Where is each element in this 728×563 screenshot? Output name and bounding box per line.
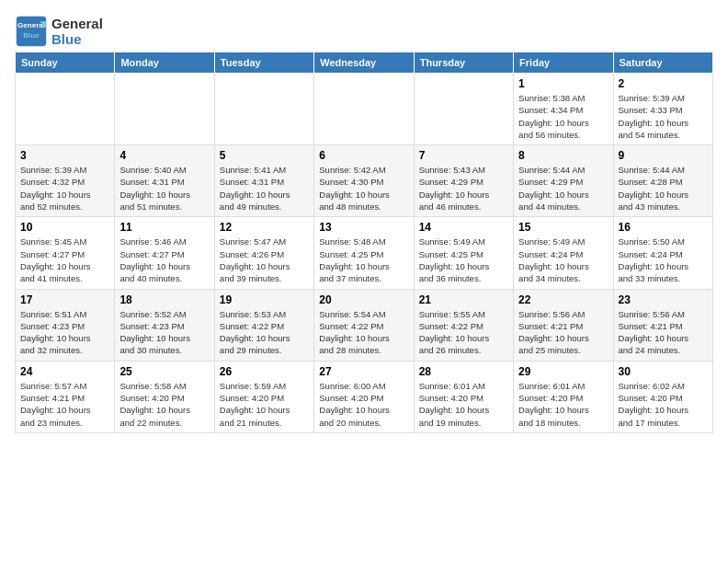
header-day: Sunday [16, 52, 115, 74]
calendar-cell: 29Sunrise: 6:01 AM Sunset: 4:20 PM Dayli… [514, 361, 613, 432]
page-header: General Blue General Blue [15, 15, 713, 48]
day-info: Sunrise: 5:51 AM Sunset: 4:23 PM Dayligh… [20, 308, 109, 357]
day-number: 16 [619, 221, 708, 234]
calendar-cell: 6Sunrise: 5:42 AM Sunset: 4:30 PM Daylig… [314, 145, 414, 217]
calendar-cell [314, 74, 414, 145]
calendar-cell: 19Sunrise: 5:53 AM Sunset: 4:22 PM Dayli… [214, 289, 313, 361]
day-number: 2 [619, 77, 708, 90]
header-day: Thursday [414, 52, 513, 74]
day-info: Sunrise: 6:01 AM Sunset: 4:20 PM Dayligh… [518, 380, 608, 429]
calendar-cell: 23Sunrise: 5:56 AM Sunset: 4:21 PM Dayli… [613, 289, 712, 361]
calendar-cell: 1Sunrise: 5:38 AM Sunset: 4:34 PM Daylig… [514, 74, 613, 145]
day-info: Sunrise: 5:57 AM Sunset: 4:21 PM Dayligh… [20, 380, 109, 429]
calendar-cell: 21Sunrise: 5:55 AM Sunset: 4:22 PM Dayli… [414, 289, 513, 361]
day-number: 8 [518, 149, 608, 162]
calendar-cell [115, 74, 214, 145]
day-number: 1 [518, 77, 608, 90]
day-number: 4 [119, 149, 209, 162]
calendar-cell: 16Sunrise: 5:50 AM Sunset: 4:24 PM Dayli… [613, 217, 712, 289]
calendar-cell: 20Sunrise: 5:54 AM Sunset: 4:22 PM Dayli… [314, 289, 414, 361]
day-number: 15 [518, 221, 608, 234]
day-info: Sunrise: 5:49 AM Sunset: 4:24 PM Dayligh… [518, 236, 608, 284]
calendar-cell: 4Sunrise: 5:40 AM Sunset: 4:31 PM Daylig… [115, 145, 214, 217]
day-number: 29 [518, 365, 608, 378]
day-number: 26 [220, 365, 309, 378]
day-info: Sunrise: 5:53 AM Sunset: 4:22 PM Dayligh… [220, 308, 309, 357]
calendar-cell: 18Sunrise: 5:52 AM Sunset: 4:23 PM Dayli… [115, 289, 214, 361]
calendar-cell: 14Sunrise: 5:49 AM Sunset: 4:25 PM Dayli… [414, 217, 513, 289]
day-info: Sunrise: 5:38 AM Sunset: 4:34 PM Dayligh… [518, 92, 608, 141]
day-info: Sunrise: 5:48 AM Sunset: 4:25 PM Dayligh… [319, 236, 408, 284]
day-info: Sunrise: 5:50 AM Sunset: 4:24 PM Dayligh… [619, 236, 708, 284]
calendar-week-row: 1Sunrise: 5:38 AM Sunset: 4:34 PM Daylig… [16, 74, 713, 145]
calendar-cell: 15Sunrise: 5:49 AM Sunset: 4:24 PM Dayli… [514, 217, 613, 289]
calendar-cell: 22Sunrise: 5:56 AM Sunset: 4:21 PM Dayli… [514, 289, 613, 361]
day-info: Sunrise: 6:02 AM Sunset: 4:20 PM Dayligh… [619, 380, 708, 429]
day-number: 30 [619, 365, 708, 378]
day-info: Sunrise: 5:52 AM Sunset: 4:23 PM Dayligh… [119, 308, 209, 357]
day-info: Sunrise: 5:58 AM Sunset: 4:20 PM Dayligh… [119, 380, 209, 429]
calendar-cell: 2Sunrise: 5:39 AM Sunset: 4:33 PM Daylig… [613, 74, 712, 145]
day-info: Sunrise: 5:43 AM Sunset: 4:29 PM Dayligh… [419, 164, 508, 213]
calendar-cell: 28Sunrise: 6:01 AM Sunset: 4:20 PM Dayli… [414, 361, 513, 432]
day-number: 14 [419, 221, 508, 234]
day-number: 23 [619, 293, 708, 306]
day-info: Sunrise: 5:49 AM Sunset: 4:25 PM Dayligh… [419, 236, 508, 284]
calendar-cell: 12Sunrise: 5:47 AM Sunset: 4:26 PM Dayli… [214, 217, 313, 289]
day-number: 6 [319, 149, 408, 162]
day-info: Sunrise: 5:44 AM Sunset: 4:28 PM Dayligh… [619, 164, 708, 213]
calendar-cell: 8Sunrise: 5:44 AM Sunset: 4:29 PM Daylig… [514, 145, 613, 217]
calendar-cell: 30Sunrise: 6:02 AM Sunset: 4:20 PM Dayli… [613, 361, 712, 432]
day-info: Sunrise: 5:55 AM Sunset: 4:22 PM Dayligh… [419, 308, 508, 357]
day-number: 24 [20, 365, 109, 378]
day-number: 9 [619, 149, 708, 162]
calendar-cell: 3Sunrise: 5:39 AM Sunset: 4:32 PM Daylig… [16, 145, 115, 217]
header-day: Friday [514, 52, 613, 74]
day-info: Sunrise: 5:54 AM Sunset: 4:22 PM Dayligh… [319, 308, 408, 357]
day-number: 11 [119, 221, 209, 234]
logo: General Blue General Blue [15, 15, 103, 48]
calendar-cell: 25Sunrise: 5:58 AM Sunset: 4:20 PM Dayli… [115, 361, 214, 432]
header-day: Tuesday [214, 52, 313, 74]
day-info: Sunrise: 5:56 AM Sunset: 4:21 PM Dayligh… [518, 308, 608, 357]
day-number: 28 [419, 365, 508, 378]
day-info: Sunrise: 5:46 AM Sunset: 4:27 PM Dayligh… [119, 236, 209, 284]
calendar-cell [214, 74, 313, 145]
svg-text:General: General [17, 21, 45, 29]
svg-text:Blue: Blue [23, 31, 40, 40]
calendar-cell: 24Sunrise: 5:57 AM Sunset: 4:21 PM Dayli… [16, 361, 115, 432]
calendar-header-row: SundayMondayTuesdayWednesdayThursdayFrid… [16, 52, 713, 74]
calendar-cell: 26Sunrise: 5:59 AM Sunset: 4:20 PM Dayli… [214, 361, 313, 432]
day-number: 19 [220, 293, 309, 306]
header-day: Saturday [613, 52, 712, 74]
calendar-week-row: 3Sunrise: 5:39 AM Sunset: 4:32 PM Daylig… [16, 145, 713, 217]
day-info: Sunrise: 5:40 AM Sunset: 4:31 PM Dayligh… [119, 164, 209, 213]
day-info: Sunrise: 5:39 AM Sunset: 4:33 PM Dayligh… [619, 92, 708, 141]
day-number: 21 [419, 293, 508, 306]
day-number: 27 [319, 365, 408, 378]
calendar-week-row: 24Sunrise: 5:57 AM Sunset: 4:21 PM Dayli… [16, 361, 713, 432]
day-info: Sunrise: 5:39 AM Sunset: 4:32 PM Dayligh… [20, 164, 109, 213]
day-number: 12 [220, 221, 309, 234]
calendar-cell: 5Sunrise: 5:41 AM Sunset: 4:31 PM Daylig… [214, 145, 313, 217]
day-number: 7 [419, 149, 508, 162]
day-number: 22 [518, 293, 608, 306]
calendar-week-row: 17Sunrise: 5:51 AM Sunset: 4:23 PM Dayli… [16, 289, 713, 361]
header-day: Monday [115, 52, 214, 74]
calendar-cell: 17Sunrise: 5:51 AM Sunset: 4:23 PM Dayli… [16, 289, 115, 361]
calendar-cell: 7Sunrise: 5:43 AM Sunset: 4:29 PM Daylig… [414, 145, 513, 217]
day-number: 3 [20, 149, 109, 162]
calendar-week-row: 10Sunrise: 5:45 AM Sunset: 4:27 PM Dayli… [16, 217, 713, 289]
calendar-cell [414, 74, 513, 145]
calendar-cell: 10Sunrise: 5:45 AM Sunset: 4:27 PM Dayli… [16, 217, 115, 289]
day-number: 20 [319, 293, 408, 306]
header-day: Wednesday [314, 52, 414, 74]
day-info: Sunrise: 5:56 AM Sunset: 4:21 PM Dayligh… [619, 308, 708, 357]
day-info: Sunrise: 6:01 AM Sunset: 4:20 PM Dayligh… [419, 380, 508, 429]
day-info: Sunrise: 5:42 AM Sunset: 4:30 PM Dayligh… [319, 164, 408, 213]
calendar-cell: 11Sunrise: 5:46 AM Sunset: 4:27 PM Dayli… [115, 217, 214, 289]
calendar-cell [16, 74, 115, 145]
day-info: Sunrise: 5:41 AM Sunset: 4:31 PM Dayligh… [220, 164, 309, 213]
calendar-cell: 27Sunrise: 6:00 AM Sunset: 4:20 PM Dayli… [314, 361, 414, 432]
day-number: 18 [119, 293, 209, 306]
